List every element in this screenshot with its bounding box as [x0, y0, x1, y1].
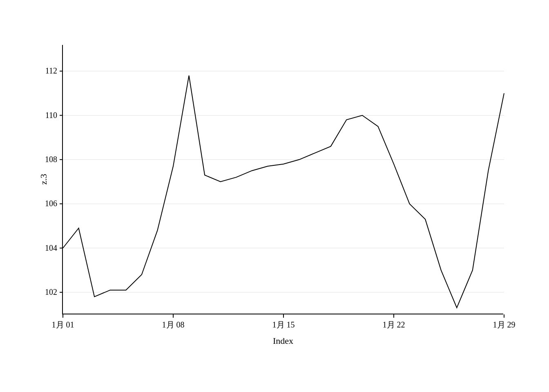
svg-text:106: 106 — [45, 199, 57, 208]
x-axis-label: Index — [273, 336, 293, 346]
svg-text:1月 08: 1月 08 — [162, 320, 185, 329]
svg-text:110: 110 — [45, 111, 57, 120]
chart-svg: 1021041061081101121月 011月 081月 151月 221月… — [63, 45, 503, 314]
svg-text:1月 29: 1月 29 — [493, 320, 516, 329]
svg-text:112: 112 — [45, 66, 57, 75]
svg-text:104: 104 — [45, 243, 57, 252]
chart-container: z.3 Index 1021041061081101121月 011月 081月… — [29, 29, 520, 363]
y-axis-label: z.3 — [38, 174, 49, 185]
svg-text:1月 15: 1月 15 — [272, 320, 295, 329]
svg-text:102: 102 — [45, 287, 57, 296]
chart-area: z.3 Index 1021041061081101121月 011月 081月… — [62, 45, 503, 314]
svg-text:1月 22: 1月 22 — [383, 320, 405, 329]
svg-text:1月 01: 1月 01 — [52, 320, 74, 329]
svg-text:108: 108 — [45, 155, 57, 164]
